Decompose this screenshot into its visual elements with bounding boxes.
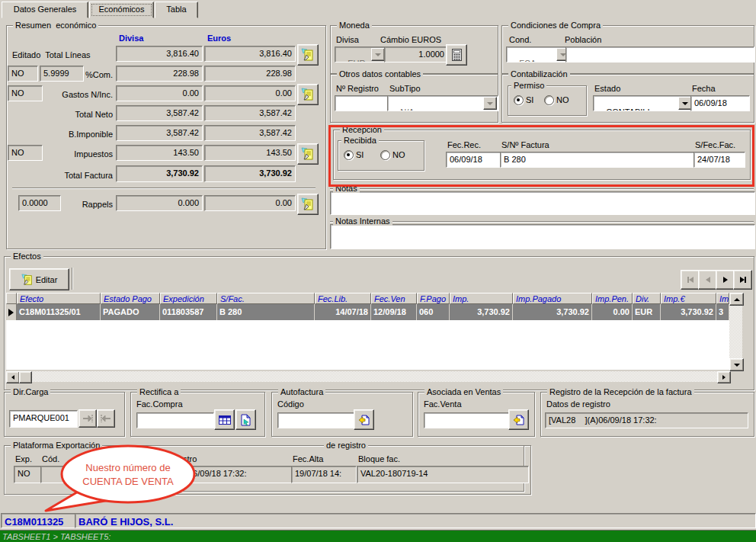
scroll-left-button[interactable] [6,371,20,383]
permiso-no-label: NO [556,95,569,104]
table-hscrollbar[interactable] [6,371,729,382]
snum-factura-field[interactable]: B 280 [500,152,695,168]
previous-record-button[interactable] [698,270,717,290]
cell-estado-pago: PAGADO [101,304,160,320]
rappels-euros[interactable]: 0.00 [204,195,296,211]
com-percent-field[interactable]: 5.9999 [40,66,84,82]
rectifica-doc-button[interactable] [235,409,256,430]
last-record-button[interactable] [733,270,752,290]
first-record-button[interactable] [681,270,700,290]
otros-datos-legend: Otros datos contables [337,69,423,79]
gastos-label: Gastos N/Inc. [46,90,113,99]
poblacion-input[interactable] [565,47,754,63]
scroll-down-button[interactable] [729,358,744,371]
fec-rec-label: Fec.Rec. [447,140,481,149]
cell-imp-pagado: 3,730.92 [513,304,592,320]
column-header[interactable]: Efecto [17,293,101,304]
total-factura-divisa[interactable]: 3,730.92 [116,165,203,182]
table-row[interactable]: C18M011325/01 PAGADO 011803587 B 280 14/… [6,304,729,320]
b-imponible-label: B.Imponible [46,130,113,139]
tab-economicos[interactable]: Económicos [89,2,154,18]
notas-label: Notas [333,184,360,193]
num-registro-label: Nº Registro [336,84,379,93]
column-header[interactable]: Imp.Pagado [513,293,592,304]
notas-textarea[interactable] [330,191,755,215]
divisa-dropdown-button[interactable] [371,48,385,61]
table-vscrollbar[interactable] [729,293,742,370]
scroll-up-button[interactable] [729,293,744,306]
permiso-si-radio[interactable] [514,95,524,105]
resumen-legend: Resumen económico [13,21,98,30]
impuestos-divisa[interactable]: 143.50 [116,145,203,161]
num-registro-input[interactable] [335,95,391,111]
column-header[interactable]: F.Pago [417,293,450,304]
rappels-divisa[interactable]: 0.000 [116,195,203,211]
tab-datos-generales[interactable]: Datos Generales [2,2,88,18]
fecha-field[interactable]: 06/09/18 [690,95,750,111]
cambio-field[interactable]: 1.0000 [384,47,448,63]
rectifica-grid-button[interactable] [214,409,235,430]
total-lineas-euros[interactable]: 3,816.40 [204,46,296,62]
column-header[interactable]: Imp.€ [661,293,716,304]
total-neto-divisa[interactable]: 3,587.42 [116,105,203,121]
column-header[interactable]: Fec.Ven [371,293,417,304]
column-header[interactable]: Imp. [450,293,513,304]
rappels-note-button[interactable] [297,194,319,215]
footer-text: TABSHEET1 > TABSHEET5: [2,532,111,541]
column-header[interactable]: Imp.Pen. [592,293,633,304]
fac-compra-input[interactable] [136,412,214,428]
fac-venta-input[interactable] [424,412,509,428]
notas-internas-textarea[interactable] [330,224,755,249]
subtipo-dropdown-button[interactable] [483,97,497,110]
recibida-si-radio[interactable] [344,150,354,160]
impuestos-euros[interactable]: 143.50 [204,145,296,161]
gastos-euros[interactable]: 0.00 [204,85,296,101]
subtipo-combobox[interactable]: N/A [387,95,498,111]
gastos-divisa[interactable]: 0.00 [116,85,203,101]
dir-carga-add-button[interactable] [78,409,97,428]
total-neto-euros[interactable]: 3,587.42 [204,105,296,121]
dir-carga-remove-button[interactable] [97,409,115,428]
column-header[interactable]: Estado Pago [101,293,160,304]
gastos-note-button[interactable] [297,84,319,105]
estado-combobox[interactable]: CONTABILI. [593,95,694,111]
tab-label: Económicos [99,5,145,14]
cell-f-pago: 060 [417,304,450,320]
total-factura-euros[interactable]: 3,730.92 [204,165,296,182]
column-header[interactable]: Div. [633,293,661,304]
fec-rec-field[interactable]: 06/09/18 [446,152,501,168]
com-euros[interactable]: 228.98 [204,66,296,82]
impuestos-note-button[interactable] [297,143,319,165]
editado-com-flag[interactable]: NO [8,66,38,82]
datos-registro-field: [VAL28 ](A)06/09/18 17:32: [545,412,748,428]
column-header[interactable]: Imp [716,293,729,304]
tab-tabla[interactable]: Tabla [155,2,198,18]
codigo-input[interactable] [277,412,355,428]
asociada-doc-button[interactable] [508,409,529,430]
scroll-right-button[interactable] [717,371,731,383]
calculator-button[interactable] [446,44,467,66]
editar-button[interactable]: Editar [9,268,69,290]
column-header[interactable]: S/Fac. [217,293,315,304]
hscroll-thumb[interactable] [19,371,32,383]
rappels-percent-field[interactable]: 0.0000 [18,195,61,211]
gastos-flag[interactable]: NO [8,85,43,101]
tab-label: Tabla [166,5,186,14]
permiso-no-radio[interactable] [544,95,554,105]
impuestos-flag[interactable]: NO [8,145,43,161]
divisa-combobox[interactable]: EUR [335,47,386,63]
b-imponible-euros[interactable]: 3,587.42 [204,125,296,141]
dir-carga-input[interactable]: PMARQUE001 [9,410,78,428]
total-lineas-divisa[interactable]: 3,816.40 [116,46,203,62]
column-header[interactable]: Fec.Lib. [315,293,371,304]
total-lineas-note-button[interactable] [297,44,319,66]
autofactura-doc-button[interactable] [354,409,374,430]
com-divisa[interactable]: 228.98 [116,66,203,82]
recibida-no-radio[interactable] [380,150,390,160]
next-record-button[interactable] [716,270,735,290]
sfec-fac-field[interactable]: 24/07/18 [694,152,745,168]
column-header[interactable]: Expedición [160,293,217,304]
efectos-table[interactable]: Efecto Estado Pago Expedición S/Fac. Fec… [6,293,729,370]
cond-combobox[interactable]: FCA [506,47,572,63]
b-imponible-divisa[interactable]: 3,587.42 [116,125,203,141]
